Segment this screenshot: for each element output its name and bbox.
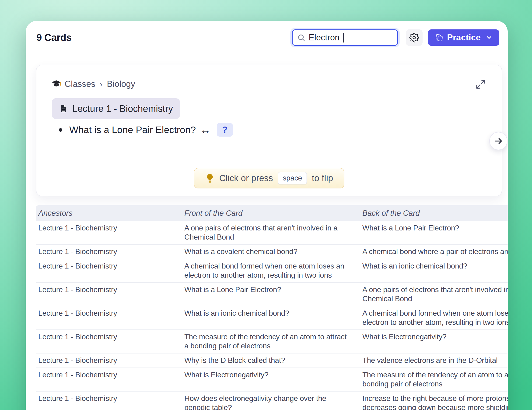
cell-front: Why is the D Block called that? [184, 356, 362, 365]
bullet-icon [59, 128, 62, 132]
table-row[interactable]: Lecture 1 - Biochemistry A chemical bond… [36, 259, 508, 283]
search-value: Electron [309, 33, 340, 42]
cards-table: Ancestors Front of the Card Back of the … [36, 205, 508, 410]
cell-front: How does electronegativity change over t… [184, 394, 362, 410]
graduation-cap-icon [51, 79, 62, 89]
table-row[interactable]: Lecture 1 - Biochemistry The measure of … [36, 330, 508, 353]
cell-ancestors: Lecture 1 - Biochemistry [38, 370, 184, 389]
cell-front: The measure of the tendency of an atom t… [184, 332, 362, 351]
table-row[interactable]: Lecture 1 - Biochemistry What is an ioni… [36, 306, 508, 330]
cell-back: A chemical bond formed when one atom los… [362, 309, 508, 327]
topbar: 9 Cards Electron [36, 29, 499, 46]
table-row[interactable]: Lecture 1 - Biochemistry Why is the D Bl… [36, 353, 508, 368]
flashcard[interactable]: Classes › Biology Lecture 1 - Biochemist… [36, 65, 502, 196]
column-header-ancestors: Ancestors [38, 209, 184, 218]
document-icon [59, 104, 68, 113]
breadcrumb-classes[interactable]: Classes [65, 79, 95, 89]
column-header-back: Back of the Card [362, 209, 508, 218]
table-row[interactable]: Lecture 1 - Biochemistry What is a Lone … [36, 283, 508, 306]
expand-icon [475, 79, 487, 89]
table-row[interactable]: Lecture 1 - Biochemistry What is Electro… [36, 368, 508, 391]
table-row[interactable]: Lecture 1 - Biochemistry A one pairs of … [36, 221, 508, 245]
cell-ancestors: Lecture 1 - Biochemistry [38, 247, 184, 256]
cell-ancestors: Lecture 1 - Biochemistry [38, 309, 184, 327]
space-key: space [278, 172, 307, 185]
breadcrumb-biology[interactable]: Biology [107, 79, 135, 89]
cards-icon [435, 33, 443, 42]
flip-hint-suffix: to flip [312, 173, 333, 183]
cell-back: The valence electrons are in the D-Orbit… [362, 356, 508, 365]
cell-back: Increase to the right because of more pr… [362, 394, 508, 410]
cell-ancestors: Lecture 1 - Biochemistry [38, 224, 184, 242]
gear-icon [409, 33, 419, 42]
cell-ancestors: Lecture 1 - Biochemistry [38, 285, 184, 303]
hidden-answer-badge[interactable]: ? [217, 123, 233, 137]
cell-front: A chemical bond formed when one atom los… [184, 262, 362, 280]
cell-ancestors: Lecture 1 - Biochemistry [38, 332, 184, 351]
cell-back: What is an ionic chemical bond? [362, 262, 508, 280]
chevron-down-icon [486, 34, 492, 41]
expand-button[interactable] [475, 79, 487, 90]
table-row[interactable]: Lecture 1 - Biochemistry What is a coval… [36, 245, 508, 259]
arrow-right-icon [494, 136, 503, 146]
cell-back: What is a Lone Pair Electron? [362, 224, 508, 242]
deck-tag-label: Lecture 1 - Biochemistry [72, 103, 173, 114]
column-header-front: Front of the Card [184, 209, 362, 218]
cell-front: A one pairs of electrons that aren't inv… [184, 224, 362, 242]
search-icon [297, 34, 305, 41]
breadcrumb-separator: › [98, 80, 104, 89]
table-row[interactable]: Lecture 1 - Biochemistry How does electr… [36, 391, 508, 410]
cell-ancestors: Lecture 1 - Biochemistry [38, 356, 184, 365]
table-header-row: Ancestors Front of the Card Back of the … [36, 205, 508, 221]
cell-ancestors: Lecture 1 - Biochemistry [38, 262, 184, 280]
cell-ancestors: Lecture 1 - Biochemistry [38, 394, 184, 410]
cell-front: What is a Lone Pair Electron? [184, 285, 362, 303]
cell-back: What is Electronegativity? [362, 332, 508, 351]
next-card-button[interactable] [489, 132, 507, 150]
app-card: 9 Cards Electron [26, 21, 508, 410]
search-input[interactable]: Electron [292, 29, 398, 46]
flip-hint-prefix: Click or press [219, 173, 273, 183]
page-title: 9 Cards [36, 32, 72, 43]
deck-tag[interactable]: Lecture 1 - Biochemistry [52, 98, 180, 119]
flip-hint: Click or press space to flip [194, 168, 344, 188]
card-front-text: What is a Lone Pair Electron? [69, 125, 196, 136]
practice-label: Practice [447, 33, 481, 42]
cell-back: The measure of the tendency of an atom t… [362, 370, 508, 389]
cell-back: A one pairs of electrons that aren't inv… [362, 285, 508, 303]
lightbulb-icon [205, 173, 215, 183]
topbar-controls: Electron Practice [292, 29, 499, 46]
cell-front: What is an ionic chemical bond? [184, 309, 362, 327]
cell-front: What is Electronegativity? [184, 370, 362, 389]
cell-back: A chemical bond where a pair of electron… [362, 247, 508, 256]
breadcrumb[interactable]: Classes › Biology [51, 79, 135, 89]
card-front-line: What is a Lone Pair Electron? ↔ ? [59, 123, 233, 137]
cell-front: What is a covalent chemical bond? [184, 247, 362, 256]
text-caret [343, 33, 344, 42]
practice-button[interactable]: Practice [428, 29, 499, 46]
left-right-arrow-icon: ↔ [200, 124, 211, 136]
settings-button[interactable] [406, 29, 423, 46]
